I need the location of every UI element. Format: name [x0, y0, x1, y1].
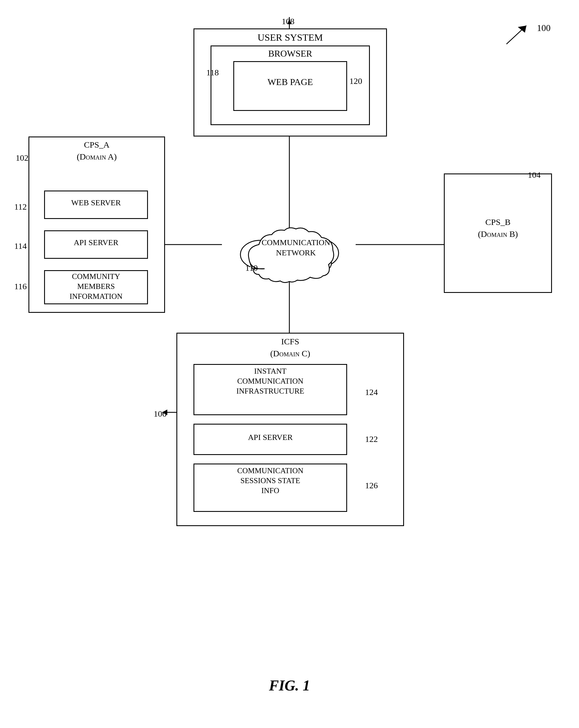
ref-120: 120 [349, 76, 362, 86]
ref-106: 106 [154, 409, 167, 419]
community-members-label: Community Members Information [44, 271, 148, 302]
svg-line-0 [506, 26, 526, 44]
ref-108: 108 [282, 17, 295, 26]
ref-112: 112 [14, 202, 27, 212]
ref-122: 122 [365, 434, 378, 444]
svg-point-36 [258, 256, 321, 279]
api-server-icfs-label: API Server [194, 432, 347, 442]
comm-network-label: Communication Network [256, 237, 336, 258]
fig-label: FIG. 1 [0, 677, 579, 694]
ref-116: 116 [14, 282, 27, 291]
ref-126: 126 [365, 480, 378, 490]
cps-b-label: CPS_B (Domain B) [444, 216, 552, 240]
ref-110: 110 [245, 263, 258, 273]
ref-114: 114 [14, 241, 27, 251]
svg-marker-1 [518, 26, 526, 33]
instant-comm-label: Instant Communication Infrastructure [194, 366, 347, 396]
icfs-label: ICFS (Domain C) [176, 336, 404, 360]
web-page-label: Web Page [233, 76, 347, 88]
cps-a-label: CPS_A (Domain A) [28, 139, 165, 163]
diagram: 100 User System Browser Web Page 108 118… [0, 0, 579, 728]
ref-100: 100 [537, 23, 551, 33]
ref-102: 102 [16, 153, 28, 163]
ref-118: 118 [206, 68, 219, 77]
comm-sessions-label: Communication Sessions State Info [194, 466, 347, 496]
user-system-label: User System [194, 31, 387, 44]
browser-label: Browser [210, 48, 370, 60]
ref-104: 104 [528, 170, 540, 180]
api-server-cps-label: API Server [44, 237, 148, 248]
ref-124: 124 [365, 387, 378, 397]
web-server-label: Web Server [44, 198, 148, 208]
